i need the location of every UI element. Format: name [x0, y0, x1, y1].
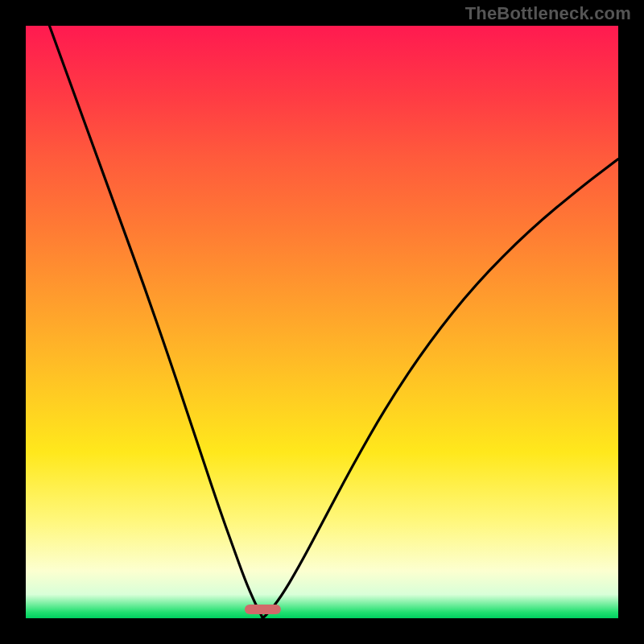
bottleneck-curve: [26, 26, 618, 618]
watermark-label: TheBottleneck.com: [465, 3, 631, 24]
minimum-marker: [245, 605, 280, 614]
curve-left-branch: [49, 26, 262, 618]
curve-right-branch: [262, 159, 618, 618]
chart-frame: TheBottleneck.com: [0, 0, 644, 644]
chart-plot-area: [26, 26, 618, 618]
